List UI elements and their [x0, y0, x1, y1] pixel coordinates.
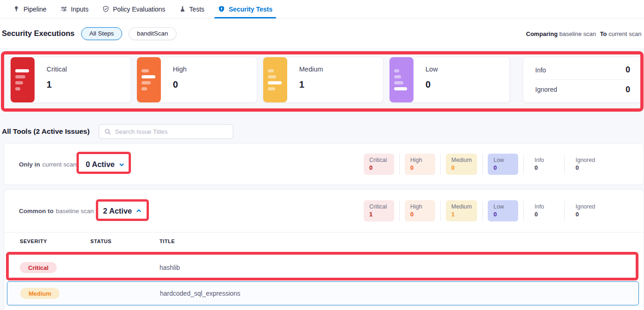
tab-security-tests[interactable]: Security Tests	[218, 0, 272, 18]
tab-pipeline[interactable]: Pipeline	[13, 0, 47, 18]
issue-title: hashlib	[160, 264, 180, 271]
pipeline-icon	[13, 6, 20, 12]
chip-high: High0	[405, 154, 435, 175]
tab-label: Tests	[189, 6, 205, 13]
info-value: 0	[626, 65, 630, 75]
info-label: Info	[535, 66, 546, 74]
chip-medium: Medium1	[446, 200, 477, 221]
panel-common-to-baseline-scan: Common to baseline scan 2 Active Critica…	[4, 189, 644, 310]
chevron-up-icon	[136, 208, 142, 214]
all-tools-title: All Tools (2 Active Issues)	[2, 127, 89, 136]
divider	[4, 232, 644, 232]
card-label: Critical	[47, 66, 67, 73]
filter-all-steps[interactable]: All Steps	[81, 27, 122, 40]
security-executions-header: Security Executions All Steps banditScan…	[0, 18, 644, 49]
panel-head: Common to baseline scan 2 Active	[19, 190, 142, 232]
low-severity-icon	[390, 57, 414, 102]
card-label: Low	[425, 66, 438, 73]
scope-name: current scan	[42, 161, 77, 168]
page-title: Security Executions	[2, 29, 75, 38]
tab-inputs[interactable]: Inputs	[60, 0, 89, 18]
divider	[564, 201, 565, 221]
search-input[interactable]	[115, 128, 228, 135]
divider	[523, 201, 524, 221]
tab-label: Pipeline	[24, 6, 47, 13]
scope-prefix: Only in	[19, 161, 40, 168]
medium-severity-icon	[263, 57, 287, 102]
filter-banditscan[interactable]: banditScan	[129, 27, 177, 40]
divider	[482, 201, 483, 221]
issues-table-header: SEVERITY STATUS TITLE	[4, 237, 644, 249]
divider	[399, 154, 400, 174]
card-label: Medium	[299, 66, 323, 73]
severity-badge: Critical	[20, 262, 57, 273]
chip-ignored: Ignored0	[570, 154, 600, 175]
chip-ignored: Ignored0	[570, 200, 600, 221]
divider	[564, 154, 565, 174]
tab-tests[interactable]: Tests	[179, 0, 205, 18]
security-shield-icon	[218, 6, 225, 12]
summary-card-info-ignored: Info 0 Ignored 0	[523, 57, 643, 103]
issue-title: hardcoded_sql_expressions	[160, 290, 240, 297]
summary-card-medium: Medium 1	[263, 57, 384, 103]
severity-badge: Medium	[20, 288, 59, 299]
divider	[482, 154, 483, 174]
divider	[399, 201, 400, 221]
tab-label: Policy Evaluations	[113, 6, 165, 13]
chip-critical: Critical0	[364, 154, 394, 175]
search-icon	[104, 128, 111, 135]
divider	[440, 201, 441, 221]
table-row[interactable]: Medium hardcoded_sql_expressions	[7, 281, 639, 305]
card-count: 0	[173, 79, 187, 90]
severity-chip-group: Critical1 High0 Medium1 Low0 Info0 Ignor…	[364, 200, 601, 221]
card-count: 0	[425, 79, 438, 90]
inputs-icon	[60, 6, 67, 12]
chip-low: Low0	[488, 200, 518, 221]
chip-critical: Critical1	[364, 200, 394, 221]
tab-policy-evaluations[interactable]: Policy Evaluations	[102, 0, 165, 18]
card-label: High	[173, 66, 187, 73]
critical-severity-icon	[11, 57, 35, 102]
column-header-title: TITLE	[160, 238, 175, 244]
search-box	[99, 124, 233, 139]
chip-high: High0	[405, 200, 435, 221]
active-count-toggle[interactable]: 0 Active	[86, 160, 125, 169]
column-header-severity: SEVERITY	[20, 238, 47, 244]
info-row: Info 0	[535, 60, 630, 80]
card-count: 1	[299, 79, 323, 90]
chip-info: Info0	[529, 200, 559, 221]
card-count: 1	[47, 79, 67, 90]
ignored-row: Ignored 0	[535, 80, 630, 99]
active-count-toggle[interactable]: 2 Active	[103, 207, 142, 215]
tab-label: Security Tests	[229, 6, 272, 13]
severity-summary-cards: Critical 1 High 0 Medium 1 Low 0	[10, 57, 643, 103]
summary-card-critical: Critical 1	[10, 57, 131, 103]
scope-prefix: Common to	[19, 208, 53, 215]
scope-name: baseline scan	[56, 208, 94, 215]
chip-medium: Medium0	[446, 154, 477, 175]
ignored-label: Ignored	[535, 86, 557, 93]
divider	[523, 154, 524, 174]
column-header-status: STATUS	[90, 238, 112, 244]
execution-tabbar: Pipeline Inputs Policy Evaluations Tests…	[0, 0, 644, 18]
panel-head: Only in current scan 0 Active	[19, 143, 125, 185]
shield-check-icon	[102, 6, 109, 12]
summary-card-high: High 0	[136, 57, 257, 103]
table-row[interactable]: Critical hashlib	[7, 256, 639, 280]
tab-label: Inputs	[71, 6, 89, 13]
flask-icon	[179, 6, 186, 12]
chip-info: Info0	[529, 154, 559, 175]
ignored-value: 0	[626, 85, 630, 95]
chevron-down-icon	[118, 161, 125, 168]
chip-low: Low0	[488, 154, 518, 175]
security-tests-content: Critical 1 High 0 Medium 1 Low 0	[0, 49, 644, 310]
panel-only-in-current-scan: Only in current scan 0 Active Critical0 …	[4, 143, 644, 185]
comparing-label: Comparing baseline scan To current scan	[526, 30, 644, 37]
summary-card-low: Low 0	[389, 57, 510, 103]
divider	[440, 154, 441, 174]
severity-chip-group: Critical0 High0 Medium0 Low0 Info0 Ignor…	[364, 154, 601, 175]
all-tools-row: All Tools (2 Active Issues)	[2, 124, 233, 139]
high-severity-icon	[137, 57, 161, 102]
